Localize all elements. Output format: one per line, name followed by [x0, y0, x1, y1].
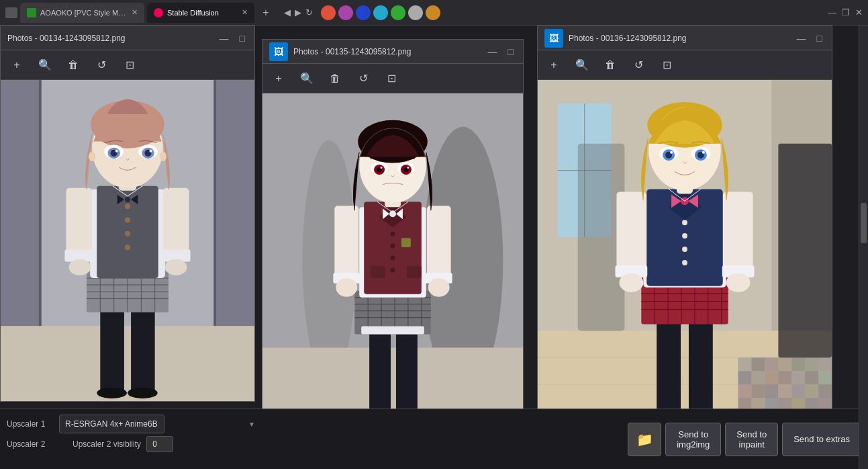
toolbar-icon-4[interactable] — [373, 5, 388, 20]
upscaler1-select[interactable]: None R-ESRGAN 4x+ R-ESRGAN 4x+ Anime6B L… — [59, 415, 164, 433]
nav-back-icon[interactable]: ◀ — [284, 7, 291, 17]
send-to-extras-label: Send to extras — [793, 434, 850, 444]
svg-rect-155 — [738, 384, 752, 398]
photo-window-2-close[interactable]: □ — [505, 45, 516, 58]
send-to-img2img-button[interactable]: Send to img2img — [665, 423, 721, 456]
svg-point-70 — [391, 267, 395, 272]
tab-aoaoko-close[interactable]: ✕ — [132, 8, 138, 17]
toolbar-icon-1[interactable] — [321, 5, 336, 20]
scrollbar-thumb[interactable] — [861, 203, 867, 243]
upscaler2-visibility-input[interactable] — [146, 436, 173, 452]
upscaler1-select-wrapper: None R-ESRGAN 4x+ R-ESRGAN 4x+ Anime6B L… — [59, 415, 260, 433]
restore-icon[interactable]: ❐ — [842, 7, 850, 17]
crop-button-1[interactable]: ⊡ — [119, 54, 140, 76]
delete-button-3[interactable]: 🗑 — [599, 54, 621, 76]
upscaler2-row: Upscaler 2 Upscaler 2 visibility — [7, 436, 622, 452]
svg-rect-28 — [66, 188, 92, 257]
svg-point-68 — [391, 244, 395, 249]
photo-window-3-toolbar: + 🔍 🗑 ↺ ⊡ — [538, 50, 832, 80]
photo-window-1-close[interactable]: □ — [237, 32, 248, 45]
svg-point-26 — [125, 245, 130, 250]
svg-point-32 — [69, 259, 91, 275]
svg-rect-146 — [805, 357, 818, 371]
photo-window-3-close[interactable]: □ — [814, 32, 825, 45]
svg-point-27 — [125, 197, 130, 202]
svg-point-119 — [682, 220, 687, 225]
svg-rect-8 — [131, 298, 155, 394]
rotate-button-3[interactable]: ↺ — [628, 54, 649, 76]
send-to-img2img-label: Send to img2img — [677, 429, 710, 450]
svg-rect-159 — [791, 384, 805, 398]
character-image-2 — [262, 93, 523, 428]
character-image-3 — [538, 80, 832, 421]
svg-rect-74 — [334, 206, 358, 280]
svg-point-139 — [702, 151, 705, 154]
upscaler1-row: Upscaler 1 None R-ESRGAN 4x+ R-ESRGAN 4x… — [7, 415, 622, 433]
svg-rect-104 — [689, 311, 713, 418]
tab-aoaoko-favicon — [27, 8, 36, 17]
folder-icon: 📁 — [636, 431, 653, 447]
rotate-button-2[interactable]: ↺ — [352, 68, 374, 89]
tab-aoaoko[interactable]: AOAOKO [PVC Style Model] - PV... ✕ — [20, 3, 144, 23]
tab-aoaoko-label: AOAOKO [PVC Style Model] - PV... — [40, 9, 128, 17]
photo-window-3-titlebar: 🖼 Photos - 00136-1243095812.png — □ — [538, 26, 832, 50]
right-scrollbar[interactable] — [859, 26, 868, 469]
photo-window-3-content — [538, 80, 832, 421]
zoom-in-button-2[interactable]: 🔍 — [296, 68, 318, 89]
close-icon[interactable]: ✕ — [855, 7, 863, 17]
upscaler2-visibility-label: Upscaler 2 visibility — [73, 439, 141, 449]
toolbar-icon-3[interactable] — [356, 5, 371, 20]
toolbar-icon-6[interactable] — [408, 5, 423, 20]
photo-window-1: Photos - 00134-1243095812.png — □ + 🔍 🗑 … — [0, 26, 255, 402]
bottom-panel: Upscaler 1 None R-ESRGAN 4x+ R-ESRGAN 4x… — [0, 409, 868, 469]
photo-window-1-content — [1, 80, 254, 401]
svg-point-89 — [381, 167, 383, 169]
zoom-in-button-3[interactable]: 🔍 — [571, 54, 593, 76]
minimize-icon[interactable]: — — [828, 7, 836, 17]
tab-sd[interactable]: Stable Diffusion ✕ — [147, 3, 254, 23]
bottom-left-controls: Upscaler 1 None R-ESRGAN 4x+ R-ESRGAN 4x… — [7, 415, 622, 464]
photo-window-3-minimize[interactable]: — — [794, 32, 809, 45]
image-view-btn-2[interactable]: 🖼 — [269, 42, 288, 61]
photo-window-2-minimize[interactable]: — — [485, 45, 500, 58]
svg-rect-149 — [752, 371, 765, 384]
svg-rect-124 — [724, 191, 753, 271]
svg-rect-64 — [361, 327, 424, 335]
delete-button-1[interactable]: 🗑 — [62, 54, 84, 76]
new-tab-button[interactable]: + — [257, 4, 275, 22]
svg-point-46 — [160, 152, 166, 161]
photo-window-2-content — [262, 93, 523, 428]
toolbar-icon-2[interactable] — [338, 5, 353, 20]
add-button-1[interactable]: + — [6, 54, 28, 76]
svg-rect-72 — [407, 266, 422, 278]
crop-button-3[interactable]: ⊡ — [656, 54, 677, 76]
send-to-inpaint-button[interactable]: Send to inpaint — [725, 423, 778, 456]
svg-point-43 — [115, 150, 118, 153]
svg-point-33 — [165, 259, 187, 275]
toolbar-icon-7[interactable] — [426, 5, 440, 20]
image-view-btn-3[interactable]: 🖼 — [544, 29, 563, 48]
svg-rect-103 — [657, 311, 681, 418]
add-button-3[interactable]: + — [543, 54, 565, 76]
svg-point-122 — [682, 260, 687, 265]
svg-point-128 — [726, 273, 751, 292]
send-to-inpaint-label: Send to inpaint — [736, 429, 767, 450]
svg-rect-156 — [752, 384, 765, 398]
rotate-button-1[interactable]: ↺ — [91, 54, 112, 76]
svg-point-24 — [125, 217, 130, 222]
nav-forward-icon[interactable]: ▶ — [295, 7, 301, 17]
photo-window-1-minimize[interactable]: — — [217, 32, 232, 45]
tab-sd-close[interactable]: ✕ — [242, 8, 248, 17]
open-folder-button[interactable]: 📁 — [628, 423, 661, 456]
tab-sd-favicon — [154, 8, 163, 17]
svg-point-9 — [97, 388, 127, 398]
delete-button-2[interactable]: 🗑 — [324, 68, 346, 89]
send-to-extras-button[interactable]: Send to extras — [782, 423, 861, 456]
crop-button-2[interactable]: ⊡ — [381, 68, 402, 89]
zoom-in-button-1[interactable]: 🔍 — [34, 54, 56, 76]
nav-refresh-icon[interactable]: ↻ — [305, 7, 313, 17]
add-button-2[interactable]: + — [268, 68, 289, 89]
photo-window-3: 🖼 Photos - 00136-1243095812.png — □ + 🔍 … — [537, 26, 832, 422]
toolbar-icon-5[interactable] — [391, 5, 405, 20]
svg-rect-53 — [396, 321, 418, 421]
